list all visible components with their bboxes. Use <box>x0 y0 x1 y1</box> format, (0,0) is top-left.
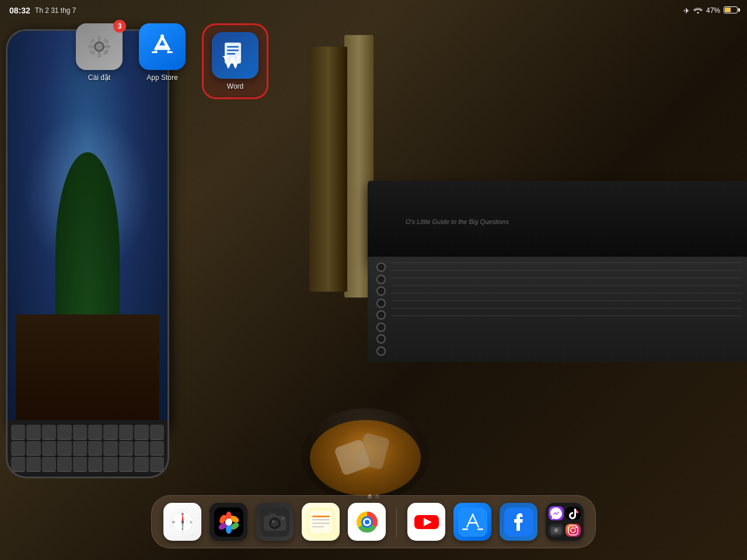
safari-dock-icon[interactable]: N S E W <box>163 503 201 541</box>
notebook-lines <box>385 257 747 362</box>
svg-point-1 <box>96 43 103 50</box>
svg-rect-6 <box>89 38 96 44</box>
svg-rect-60 <box>468 522 477 524</box>
svg-rect-61 <box>462 528 468 530</box>
coffee-cup <box>301 408 430 502</box>
instagram-sub-icon <box>566 524 581 537</box>
svg-rect-51 <box>312 526 324 527</box>
tiktok-sub-icon <box>566 507 581 520</box>
camera-dock-icon[interactable] <box>256 503 294 541</box>
status-right: ✈ 47% <box>683 6 738 15</box>
word-icon[interactable]: W <box>212 32 259 79</box>
chrome-dock-icon[interactable] <box>348 503 386 541</box>
dock: N S E W <box>151 495 596 548</box>
messenger-sub-icon <box>549 506 564 520</box>
status-left: 08:32 Th 2 31 thg 7 <box>9 6 76 15</box>
svg-text:W: W <box>172 520 175 524</box>
battery-percent: 47% <box>706 6 720 15</box>
svg-point-69 <box>575 527 577 528</box>
appstore-label: App Store <box>146 74 177 82</box>
settings-badge: 3 <box>113 20 126 33</box>
word-label: Word <box>227 82 243 90</box>
coffee-liquid <box>310 420 421 496</box>
home-screen-icons: 3 Cài đặt A <box>76 23 268 99</box>
svg-rect-48 <box>312 516 330 517</box>
wifi-icon <box>693 6 703 15</box>
svg-rect-7 <box>103 49 109 55</box>
svg-point-29 <box>181 521 184 523</box>
svg-rect-12 <box>167 51 173 53</box>
svg-rect-9 <box>103 38 109 44</box>
phone-keyboard <box>6 420 169 478</box>
battery-icon <box>724 6 738 15</box>
settings-label: Cài đặt <box>88 74 110 82</box>
notebook <box>368 257 747 362</box>
settings-app[interactable]: 3 Cài đặt <box>76 23 123 82</box>
appstore-icon[interactable] <box>139 23 186 70</box>
ice-cube-2 <box>357 432 390 470</box>
books-background: O's Little Guide to the Big Questions <box>309 35 747 414</box>
svg-point-44 <box>272 520 274 522</box>
youtube-dock-icon[interactable] <box>407 503 445 541</box>
svg-rect-14 <box>158 47 167 48</box>
status-time: 08:32 <box>9 6 30 15</box>
svg-point-68 <box>571 528 575 533</box>
svg-rect-40 <box>269 513 276 517</box>
combined-dock-icon[interactable] <box>546 503 584 541</box>
status-date: Th 2 31 thg 7 <box>35 6 76 15</box>
notes-dock-icon[interactable] <box>302 503 340 541</box>
svg-rect-50 <box>312 523 330 524</box>
flat-book-text: O's Little Guide to the Big Questions <box>406 218 509 225</box>
svg-rect-4 <box>88 45 94 48</box>
svg-rect-8 <box>89 49 96 55</box>
appstore-dock-icon[interactable] <box>453 503 491 541</box>
flat-book: O's Little Guide to the Big Questions <box>368 181 747 262</box>
svg-rect-3 <box>97 52 101 58</box>
svg-rect-11 <box>152 51 158 53</box>
svg-point-45 <box>282 517 284 520</box>
svg-point-66 <box>555 529 558 532</box>
svg-point-37 <box>225 519 232 526</box>
phone-building <box>16 314 160 436</box>
svg-rect-49 <box>312 519 330 520</box>
settings-icon[interactable]: 3 <box>76 23 123 70</box>
svg-rect-16 <box>227 46 239 48</box>
word-app-highlighted[interactable]: W Word <box>202 23 268 99</box>
appstore-app[interactable]: App Store <box>139 23 186 82</box>
svg-text:N: N <box>181 512 184 516</box>
svg-point-55 <box>365 520 369 524</box>
svg-rect-5 <box>104 45 110 48</box>
dock-separator <box>396 508 397 537</box>
photos-dock-icon[interactable] <box>210 503 247 541</box>
svg-rect-62 <box>477 528 483 530</box>
svg-rect-47 <box>310 511 332 533</box>
book-spine-2 <box>309 47 347 292</box>
airplane-icon: ✈ <box>683 6 690 15</box>
svg-text:W: W <box>222 51 241 72</box>
svg-rect-2 <box>97 36 101 41</box>
status-bar: 08:32 Th 2 31 thg 7 ✈ 47% <box>0 0 747 21</box>
coffee-area <box>284 385 447 502</box>
svg-point-43 <box>271 520 278 527</box>
facebook-dock-icon[interactable] <box>500 503 537 541</box>
camera-sub-icon <box>549 524 564 537</box>
